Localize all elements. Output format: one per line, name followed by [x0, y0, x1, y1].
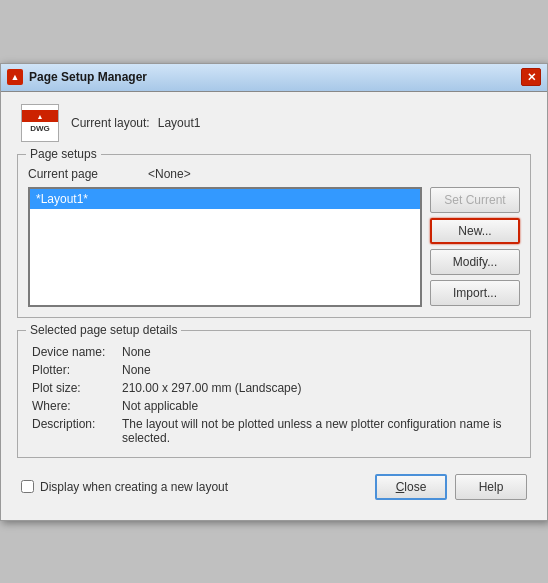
- details-table: Device name: None Plotter: None Plot siz…: [28, 343, 520, 447]
- page-setups-group: Page setups Current page <None> *Layout1…: [17, 154, 531, 318]
- device-name-row: Device name: None: [28, 343, 520, 361]
- page-setups-title: Page setups: [26, 147, 101, 161]
- plot-size-label: Plot size:: [28, 379, 118, 397]
- device-name-label: Device name:: [28, 343, 118, 361]
- description-label: Description:: [28, 415, 118, 447]
- import-button[interactable]: Import...: [430, 280, 520, 306]
- device-name-value: None: [118, 343, 520, 361]
- current-layout-label: Current layout:: [71, 116, 150, 130]
- window-title: Page Setup Manager: [29, 70, 521, 84]
- dwg-icon: ▲ DWG: [21, 104, 59, 142]
- description-value: The layout will not be plotted unless a …: [118, 415, 520, 447]
- plotter-label: Plotter:: [28, 361, 118, 379]
- main-window: ▲ Page Setup Manager ✕ ▲ DWG Current lay…: [0, 63, 548, 521]
- modify-button[interactable]: Modify...: [430, 249, 520, 275]
- plot-size-row: Plot size: 210.00 x 297.00 mm (Landscape…: [28, 379, 520, 397]
- plotter-row: Plotter: None: [28, 361, 520, 379]
- description-row: Description: The layout will not be plot…: [28, 415, 520, 447]
- close-window-button[interactable]: ✕: [521, 68, 541, 86]
- list-item[interactable]: *Layout1*: [30, 189, 420, 209]
- footer-row: Display when creating a new layout Close…: [17, 470, 531, 508]
- col-none-label: <None>: [148, 167, 191, 181]
- where-label: Where:: [28, 397, 118, 415]
- display-checkbox[interactable]: [21, 480, 34, 493]
- plotter-value: None: [118, 361, 520, 379]
- checkbox-label[interactable]: Display when creating a new layout: [21, 480, 228, 494]
- action-buttons: Set Current New... Modify... Import...: [430, 187, 520, 306]
- details-title: Selected page setup details: [26, 323, 181, 337]
- current-layout-row: ▲ DWG Current layout: Layout1: [17, 104, 531, 142]
- app-icon: ▲: [7, 69, 23, 85]
- new-button[interactable]: New...: [430, 218, 520, 244]
- set-current-button[interactable]: Set Current: [430, 187, 520, 213]
- where-value: Not applicable: [118, 397, 520, 415]
- where-row: Where: Not applicable: [28, 397, 520, 415]
- current-layout-value: Layout1: [158, 116, 201, 130]
- col-current-label: Current page: [28, 167, 148, 181]
- close-button-label: Close: [396, 480, 427, 494]
- title-bar: ▲ Page Setup Manager ✕: [1, 64, 547, 92]
- close-button[interactable]: Close: [375, 474, 447, 500]
- checkbox-text: Display when creating a new layout: [40, 480, 228, 494]
- page-setups-header: Current page <None>: [28, 163, 520, 181]
- plot-size-value: 210.00 x 297.00 mm (Landscape): [118, 379, 520, 397]
- page-setups-body: *Layout1* Set Current New... Modify... I…: [28, 187, 520, 307]
- page-setups-list[interactable]: *Layout1*: [28, 187, 422, 307]
- footer-buttons: Close Help: [375, 474, 527, 500]
- help-button[interactable]: Help: [455, 474, 527, 500]
- details-section: Selected page setup details Device name:…: [17, 330, 531, 458]
